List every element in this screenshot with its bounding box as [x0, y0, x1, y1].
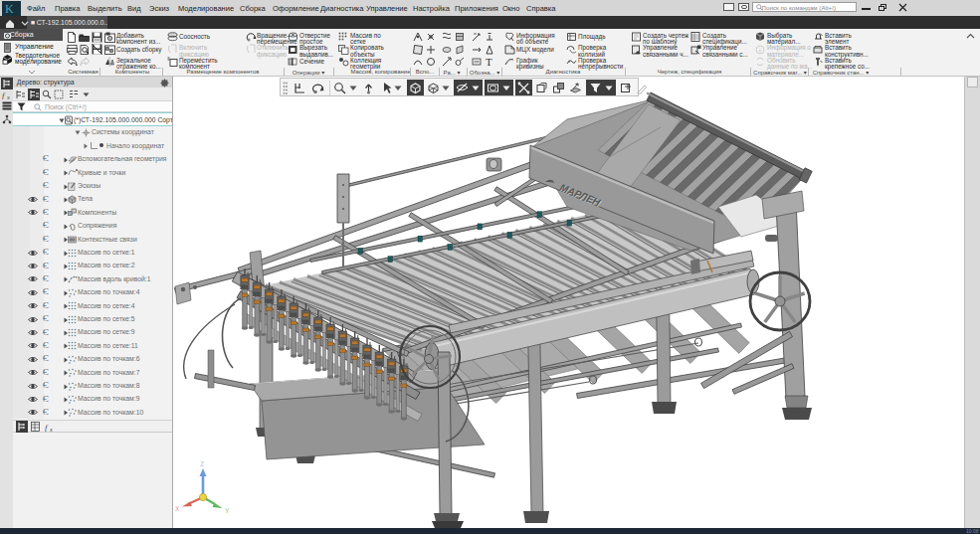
svg-text:Y: Y [225, 507, 230, 514]
svg-text:K: K [5, 2, 14, 15]
svg-text:T: T [486, 56, 492, 67]
svg-text:Z: Z [200, 460, 204, 467]
svg-text:x: x [7, 94, 10, 100]
svg-text:X: X [175, 505, 180, 512]
svg-text:f: f [45, 423, 49, 433]
svg-text:f: f [2, 90, 6, 100]
svg-text:x: x [50, 427, 53, 433]
